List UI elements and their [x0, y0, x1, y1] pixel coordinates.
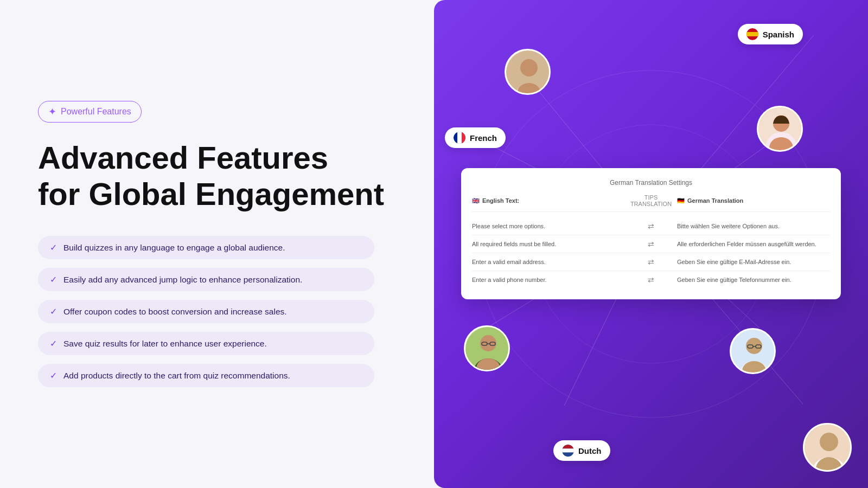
right-panel: Spanish French Ger — [434, 0, 868, 488]
svg-point-23 — [480, 335, 496, 351]
feature-text-3: Offer coupon codes to boost conversion a… — [63, 307, 287, 317]
badge: ✦ Powerful Features — [38, 101, 142, 123]
avatar-bottom-right — [803, 423, 852, 472]
spanish-flag — [746, 28, 758, 40]
en-cell-3: Enter a valid email address. — [472, 259, 625, 265]
french-badge: French — [445, 127, 506, 148]
card-row-4: Enter a valid phone number. ⇄ Geben Sie … — [472, 271, 830, 288]
dutch-flag — [562, 445, 574, 457]
swap-icon-4: ⇄ — [648, 275, 654, 284]
spanish-label: Spanish — [763, 30, 794, 39]
badge-icon: ✦ — [48, 106, 56, 118]
check-icon-1: ✓ — [50, 242, 57, 253]
feature-item-1: ✓ Build quizzes in any language to engag… — [38, 236, 374, 259]
card-row-2: All required fields must be filled. ⇄ Al… — [472, 235, 830, 253]
check-icon-3: ✓ — [50, 306, 57, 317]
uk-flag-icon: 🇬🇧 — [472, 197, 480, 204]
check-icon-5: ✓ — [50, 370, 57, 381]
avatar-top-right — [757, 106, 803, 152]
svg-point-42 — [820, 433, 838, 451]
feature-text-1: Build quizzes in any language to engage … — [63, 243, 285, 253]
french-flag — [454, 132, 465, 144]
feature-text-5: Add products directly to the cart from q… — [63, 371, 290, 381]
de-cell-1: Bitte wählen Sie weitere Optionen aus. — [677, 223, 830, 229]
feature-list: ✓ Build quizzes in any language to engag… — [38, 236, 396, 387]
swap-icon-1: ⇄ — [648, 222, 654, 230]
svg-rect-17 — [457, 132, 462, 144]
en-cell-4: Enter a valid phone number. — [472, 277, 625, 283]
avatar-top-center — [505, 49, 551, 95]
card-header: 🇬🇧 English Text: TIPS TRANSLATION 🇩🇪 Ger… — [472, 194, 830, 212]
dutch-label: Dutch — [578, 446, 602, 455]
de-cell-2: Alle erforderlichen Felder müssen ausgef… — [677, 241, 830, 247]
de-cell-4: Geben Sie eine gültige Telefonnummer ein… — [677, 277, 830, 283]
svg-point-13 — [520, 59, 538, 76]
badge-text: Powerful Features — [61, 107, 131, 117]
swap-icon-2: ⇄ — [648, 240, 654, 248]
svg-rect-38 — [562, 448, 574, 452]
svg-rect-11 — [746, 32, 758, 36]
main-title: Advanced Features for Global Engagement — [38, 140, 396, 212]
card-row-3: Enter a valid email address. ⇄ Geben Sie… — [472, 253, 830, 271]
de-cell-3: Geben Sie eine gültige E-Mail-Adresse ei… — [677, 259, 830, 265]
col-header-tips: TIPS TRANSLATION — [629, 194, 673, 207]
feature-item-4: ✓ Save quiz results for later to enhance… — [38, 332, 374, 355]
feature-item-2: ✓ Easily add any advanced jump logic to … — [38, 268, 374, 291]
card-title: German Translation Settings — [472, 179, 830, 187]
svg-rect-37 — [562, 445, 574, 448]
de-flag-icon: 🇩🇪 — [677, 197, 685, 204]
translation-card: German Translation Settings 🇬🇧 English T… — [461, 168, 841, 299]
col-header-de: 🇩🇪 German Translation — [677, 194, 830, 207]
feature-item-5: ✓ Add products directly to the cart from… — [38, 364, 374, 387]
feature-item-3: ✓ Offer coupon codes to boost conversion… — [38, 300, 374, 323]
svg-point-30 — [746, 338, 762, 354]
feature-text-4: Save quiz results for later to enhance u… — [63, 339, 267, 349]
swap-icon-3: ⇄ — [648, 258, 654, 266]
avatar-bottom-center — [730, 328, 776, 374]
card-row-1: Please select more options. ⇄ Bitte wähl… — [472, 217, 830, 235]
check-icon-2: ✓ — [50, 274, 57, 285]
col-header-en: 🇬🇧 English Text: — [472, 194, 625, 207]
spanish-badge: Spanish — [738, 24, 803, 44]
avatar-bottom-left — [464, 325, 510, 371]
french-label: French — [470, 133, 497, 143]
feature-text-2: Easily add any advanced jump logic to en… — [63, 275, 302, 285]
svg-rect-39 — [562, 453, 574, 457]
check-icon-4: ✓ — [50, 338, 57, 349]
left-panel: ✦ Powerful Features Advanced Features fo… — [0, 0, 434, 488]
en-cell-2: All required fields must be filled. — [472, 241, 625, 247]
en-cell-1: Please select more options. — [472, 223, 625, 229]
dutch-badge: Dutch — [553, 440, 610, 461]
